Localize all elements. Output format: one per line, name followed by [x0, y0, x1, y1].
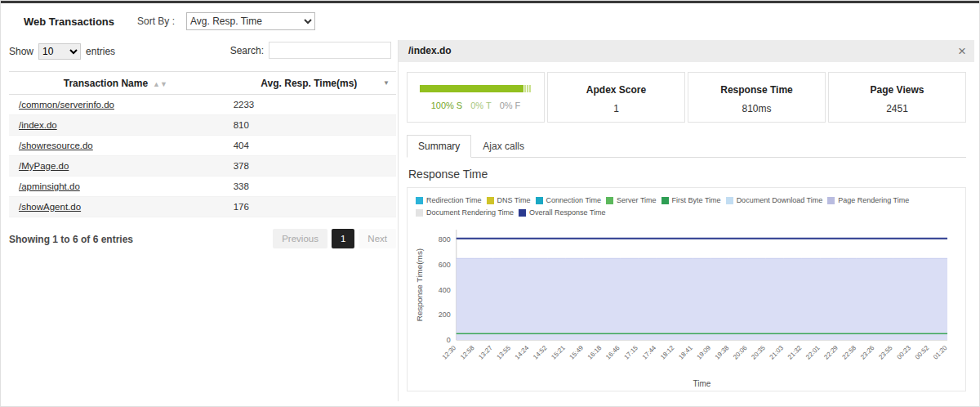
svg-text:23:55: 23:55 [877, 344, 894, 361]
apdex-tolerating-label: 0% T [470, 101, 491, 110]
entries-per-page-select[interactable]: 10 [38, 43, 81, 60]
tab-summary[interactable]: Summary [407, 135, 471, 158]
legend-swatch-icon [416, 197, 423, 204]
svg-text:14:52: 14:52 [532, 344, 549, 361]
search-label: Search: [230, 45, 264, 56]
card-value: 2451 [829, 103, 965, 114]
apdex-satisfied-label: 100% S [431, 101, 463, 110]
apdex-bar-fill [420, 85, 523, 92]
avg-resp-time-cell: 2233 [222, 95, 396, 115]
table-header-row: Transaction Name▲▼ Avg. Resp. Time(ms)▼ [9, 72, 396, 95]
detail-title: /index.do [408, 45, 452, 56]
svg-text:12:30: 12:30 [441, 344, 458, 361]
legend-item[interactable]: Document Download Time [726, 196, 823, 204]
transaction-name-cell: /apminsight.do [9, 177, 222, 197]
transaction-link[interactable]: /apminsight.do [19, 181, 80, 191]
legend-item[interactable]: Document Rendering Time [416, 208, 514, 217]
search-wrap: Search: [230, 42, 391, 59]
showing-entries-text: Showing 1 to 6 of 6 entries [9, 229, 133, 245]
transaction-name-cell: /MyPage.do [9, 156, 222, 177]
legend-item[interactable]: Page Rendering Time [827, 196, 909, 204]
legend-item[interactable]: DNS Time [487, 196, 531, 204]
legend-swatch-icon [827, 197, 835, 204]
column-header-avg-resp-time[interactable]: Avg. Resp. Time(ms)▼ [222, 72, 396, 95]
svg-text:21:03: 21:03 [768, 344, 786, 361]
next-page-button[interactable]: Next [359, 229, 396, 248]
table-row: /showAgent.do176 [9, 197, 396, 217]
svg-text:18:41: 18:41 [677, 344, 694, 361]
svg-text:600: 600 [439, 261, 451, 269]
svg-text:Response Time(ms): Response Time(ms) [415, 248, 424, 321]
legend-label: First Byte Time [672, 196, 721, 204]
avg-resp-time-cell: 378 [222, 156, 396, 177]
tab-ajax-calls[interactable]: Ajax calls [471, 135, 536, 158]
svg-text:16:18: 16:18 [586, 344, 604, 361]
card-title: Response Time [688, 84, 825, 96]
card-title: Apdex Score [548, 84, 684, 96]
legend-label: DNS Time [497, 196, 531, 204]
svg-text:12:58: 12:58 [459, 344, 476, 361]
svg-text:16:46: 16:46 [604, 344, 621, 361]
transaction-link[interactable]: /showresource.do [19, 141, 93, 150]
previous-page-button[interactable]: Previous [273, 229, 327, 248]
page-views-card: Page Views 2451 [828, 72, 966, 123]
column-label: Avg. Resp. Time(ms) [261, 78, 357, 89]
legend-item[interactable]: Redirection Time [416, 196, 482, 204]
page-number-button[interactable]: 1 [332, 229, 354, 248]
transaction-link[interactable]: /MyPage.do [19, 161, 69, 171]
svg-text:0: 0 [447, 336, 451, 344]
legend-item[interactable]: Server Time [606, 196, 657, 204]
legend-item[interactable]: First Byte Time [662, 196, 721, 204]
svg-text:20:35: 20:35 [750, 344, 767, 361]
column-label: Transaction Name [64, 78, 148, 89]
legend-item[interactable]: Overall Response Time [519, 208, 606, 217]
transaction-link[interactable]: /common/serverinfo.do [19, 100, 114, 110]
search-input[interactable] [269, 42, 391, 59]
response-time-chart: 020040060080012:3012:5813:2713:5514:2414… [414, 221, 959, 389]
svg-text:13:55: 13:55 [496, 344, 513, 361]
legend-swatch-icon [487, 197, 494, 204]
svg-text:13:27: 13:27 [477, 344, 494, 361]
top-divider [1, 1, 979, 3]
summary-cards: 100% S 0% T 0% F Apdex Score 1 Response … [407, 72, 966, 123]
legend-label: Document Download Time [737, 196, 823, 204]
legend-item[interactable]: Connection Time [536, 196, 602, 204]
column-header-transaction-name[interactable]: Transaction Name▲▼ [9, 72, 222, 95]
svg-text:15:49: 15:49 [568, 344, 586, 361]
apdex-labels: 100% S 0% T 0% F [408, 101, 544, 110]
legend-swatch-icon [726, 197, 733, 204]
transaction-link[interactable]: /index.do [19, 120, 57, 130]
table-footer: Showing 1 to 6 of 6 entries Previous 1 N… [9, 229, 396, 252]
card-value: 810ms [688, 103, 825, 114]
avg-resp-time-cell: 338 [222, 177, 396, 197]
response-time-section-title: Response Time [408, 168, 966, 181]
svg-text:800: 800 [439, 235, 451, 244]
table-row: /MyPage.do378 [9, 156, 396, 177]
table-row: /common/serverinfo.do2233 [9, 95, 396, 115]
transaction-link[interactable]: /showAgent.do [19, 202, 81, 212]
svg-text:18:12: 18:12 [659, 344, 676, 361]
transaction-name-cell: /showAgent.do [9, 197, 222, 217]
svg-text:19:09: 19:09 [696, 344, 713, 361]
table-controls: Show 10 entries Search: [9, 40, 396, 63]
sort-icon[interactable]: ▲▼ [153, 80, 167, 88]
avg-resp-time-cell: 176 [222, 197, 396, 217]
svg-text:14:24: 14:24 [514, 344, 531, 361]
legend-label: Server Time [617, 196, 657, 204]
avg-resp-time-cell: 810 [222, 115, 396, 136]
svg-text:400: 400 [439, 286, 451, 294]
filter-icon[interactable]: ▼ [383, 79, 390, 87]
response-time-card: Response Time 810ms [688, 72, 826, 123]
sort-by-select[interactable]: Avg. Resp. Time [186, 12, 315, 30]
svg-text:15:21: 15:21 [550, 344, 567, 361]
svg-text:Time: Time [693, 379, 711, 388]
close-icon[interactable]: × [958, 40, 966, 62]
apdex-frustrated-label: 0% F [500, 101, 521, 110]
legend-label: Redirection Time [426, 196, 482, 204]
transaction-name-cell: /index.do [9, 115, 222, 136]
svg-text:20:06: 20:06 [732, 344, 749, 361]
detail-tabs: Summary Ajax calls [407, 134, 966, 158]
card-title: Page Views [829, 84, 965, 96]
legend-label: Document Rendering Time [426, 208, 514, 217]
svg-text:00:52: 00:52 [914, 344, 931, 361]
